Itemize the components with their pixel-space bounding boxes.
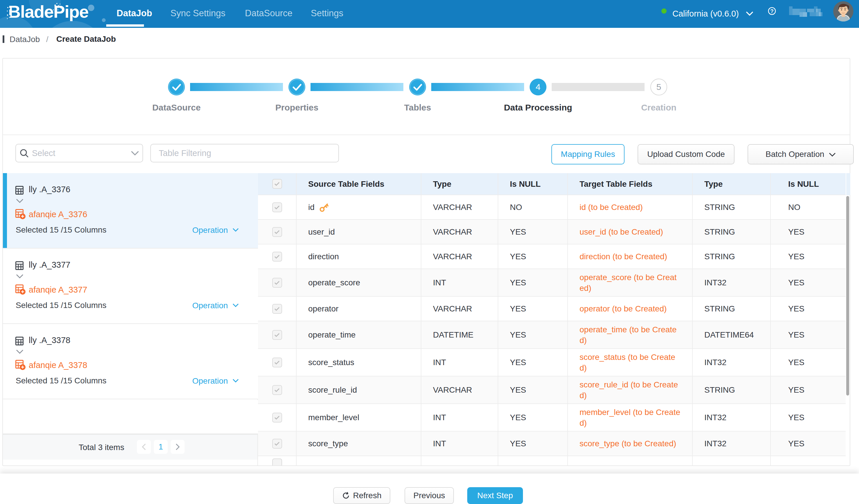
svg-text:?: ? [770,8,774,14]
